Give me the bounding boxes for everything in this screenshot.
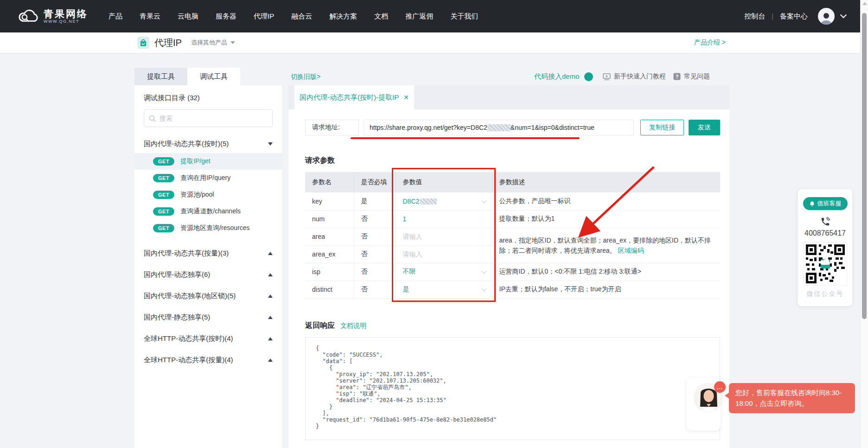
params-table: 参数名 是否必填 参数值 参数描述 key 是 D8C2 公共参数，产品唯一标识… bbox=[305, 172, 720, 299]
param-num-input[interactable]: 1 bbox=[403, 215, 492, 223]
param-name: isp bbox=[305, 263, 354, 281]
api-item-get-ip[interactable]: GET 提取IP/get bbox=[134, 153, 282, 170]
tab-debug-tool[interactable]: 调试工具 bbox=[187, 68, 240, 85]
product-intro-link[interactable]: 产品介绍 > bbox=[694, 38, 726, 47]
api-item-query-ip[interactable]: GET 查询在用IP/query bbox=[134, 170, 282, 186]
table-header-row: 参数名 是否必填 参数值 参数描述 bbox=[305, 172, 720, 192]
tab-extract-tool[interactable]: 提取工具 bbox=[134, 68, 187, 85]
request-url-input[interactable]: https://share.proxy.qg.net/get?key=D8C2&… bbox=[364, 120, 634, 135]
tutorial-label: 新手快速入门教程 bbox=[614, 72, 666, 81]
workspace-tab-label: 国内代理-动态共享(按时)-提取IP bbox=[300, 93, 399, 102]
nav-item-qingguo-cloud[interactable]: 青果云 bbox=[140, 12, 160, 21]
search-input[interactable] bbox=[160, 115, 268, 122]
param-key-select[interactable]: D8C2 bbox=[403, 198, 492, 205]
expand-icon bbox=[268, 273, 273, 276]
request-url-prefix: https://share.proxy.qg.net/get?key=D8C2 bbox=[370, 124, 487, 131]
api-catalog-sidebar: 调试接口目录 (32) 国内代理-动态共享(按时)(5) GET 提取IP/ge… bbox=[134, 85, 282, 448]
faq-link[interactable]: ? 常见问题 bbox=[673, 68, 710, 85]
search-box[interactable] bbox=[144, 109, 273, 127]
api-group-dynamic-shared-volume[interactable]: 国内代理-动态共享(按量)(3) bbox=[144, 249, 273, 258]
api-group-static-exclusive[interactable]: 国内代理-静态独享(5) bbox=[144, 313, 273, 322]
code-demo-label: 代码接入demo bbox=[534, 72, 580, 81]
brand-domain: WWW.QG.NET bbox=[44, 19, 88, 24]
api-group-global-http-time[interactable]: 全球HTTP-动态共享(按时)(4) bbox=[144, 334, 273, 343]
qingguo-cloud-logo-icon bbox=[18, 8, 39, 25]
doc-link[interactable]: 文档说明 bbox=[340, 322, 366, 330]
main-menu: 产品 青果云 云电脑 服务器 代理IP 融合云 解决方案 文档 推广返佣 关于我… bbox=[108, 12, 478, 21]
param-name: num bbox=[305, 210, 354, 228]
api-group-dynamic-shared-time[interactable]: 国内代理-动态共享(按时)(5) bbox=[144, 140, 273, 148]
brand-logo[interactable]: 青果网络 WWW.QG.NET bbox=[18, 8, 88, 25]
beian-center-link[interactable]: 备案中心 bbox=[780, 12, 808, 21]
send-button[interactable]: 发送 bbox=[689, 120, 720, 135]
page-scrollbar[interactable] bbox=[860, 0, 868, 448]
product-switcher[interactable]: 选择其他产品 bbox=[191, 38, 235, 47]
chevron-down-icon[interactable] bbox=[840, 12, 847, 18]
nav-item-products[interactable]: 产品 bbox=[108, 12, 122, 21]
param-area-ex-input[interactable] bbox=[403, 250, 483, 258]
request-address-row: 请求地址: https://share.proxy.qg.net/get?key… bbox=[305, 120, 720, 135]
api-item-pool[interactable]: GET 资源池/pool bbox=[134, 186, 282, 203]
tutorial-link[interactable]: 新手快速入门教程 bbox=[603, 68, 666, 85]
scrollbar-thumb[interactable] bbox=[862, 13, 867, 319]
api-group-label: 全球HTTP-动态共享(按时)(4) bbox=[144, 334, 233, 343]
nav-item-cloud-pc[interactable]: 云电脑 bbox=[178, 12, 198, 21]
code-demo-link[interactable]: 代码接入demo ❯ bbox=[534, 68, 593, 85]
expand-icon bbox=[268, 316, 273, 319]
api-group-global-http-volume[interactable]: 全球HTTP-动态共享(按量)(4) bbox=[144, 356, 273, 365]
scrollbar-up-arrow[interactable] bbox=[862, 2, 867, 5]
debug-workspace-panel: 请求地址: https://share.proxy.qg.net/get?key… bbox=[288, 109, 729, 448]
param-distinct-select[interactable]: 是 bbox=[403, 285, 492, 294]
api-item-label: 资源地区查询/resources bbox=[180, 224, 249, 232]
table-row-area: area 否 area，指定地区ID，默认查询全部；area_ex，要排除的地区… bbox=[305, 228, 720, 245]
switch-old-version-link[interactable]: 切换旧版> bbox=[291, 68, 320, 85]
api-group-dynamic-exclusive[interactable]: 国内代理-动态独享(6) bbox=[144, 270, 273, 279]
nav-item-about[interactable]: 关于我们 bbox=[450, 12, 478, 21]
nav-item-referral[interactable]: 推广返佣 bbox=[405, 12, 433, 21]
param-required: 否 bbox=[354, 245, 396, 263]
nav-item-proxy-ip[interactable]: 代理IP bbox=[254, 12, 274, 21]
nav-item-solutions[interactable]: 解决方案 bbox=[329, 12, 357, 21]
method-badge: GET bbox=[153, 224, 174, 232]
arrow-right-circle-icon: ❯ bbox=[584, 72, 593, 81]
copy-link-button[interactable]: 复制链接 bbox=[640, 120, 684, 135]
param-required: 否 bbox=[354, 281, 396, 298]
method-badge: GET bbox=[153, 157, 174, 166]
nav-item-server[interactable]: 服务器 bbox=[216, 12, 236, 21]
api-item-label: 查询在用IP/query bbox=[180, 174, 230, 182]
api-group-dynamic-exclusive-region[interactable]: 国内代理-动态独享(地区锁)(5) bbox=[144, 292, 273, 301]
param-area-input[interactable] bbox=[403, 233, 483, 240]
chat-message-bubble[interactable]: 您好，售前客服在线咨询时间8:30-18:00，点击立即咨询。 bbox=[729, 383, 855, 413]
tutorial-book-icon bbox=[603, 73, 611, 80]
top-navbar: 青果网络 WWW.QG.NET 产品 青果云 云电脑 服务器 代理IP 融合云 … bbox=[0, 0, 868, 32]
param-desc: 公共参数，产品唯一标识 bbox=[492, 192, 720, 210]
page-title: 代理IP bbox=[154, 37, 182, 49]
chevron-down-icon bbox=[481, 286, 486, 291]
api-item-resources[interactable]: GET 资源地区查询/resources bbox=[134, 220, 282, 237]
expand-icon bbox=[268, 252, 273, 255]
question-icon: ? bbox=[673, 73, 681, 80]
workspace-tab[interactable]: 国内代理-动态共享(按时)-提取IP ✕ bbox=[294, 85, 414, 109]
api-group-label: 国内代理-动态共享(按量)(3) bbox=[144, 249, 229, 258]
console-link[interactable]: 控制台 bbox=[744, 12, 765, 21]
collapse-icon bbox=[268, 142, 273, 146]
masked-text bbox=[420, 198, 437, 205]
catalog-title: 调试接口目录 (32) bbox=[144, 94, 273, 102]
duty-service-button[interactable]: 值班客服 bbox=[803, 197, 848, 210]
param-required: 是 bbox=[354, 192, 396, 210]
table-row-distinct: distinct 否 是 IP去重；默认为false，不开启；true为开启 bbox=[305, 281, 720, 298]
user-avatar[interactable] bbox=[818, 8, 835, 25]
close-icon[interactable]: ✕ bbox=[403, 94, 409, 101]
service-phone-number: 4008765417 bbox=[804, 229, 846, 237]
masked-text bbox=[487, 124, 511, 131]
wechat-label: 微信公众号 bbox=[807, 290, 844, 298]
param-name: area bbox=[305, 228, 354, 245]
request-address-label: 请求地址: bbox=[305, 120, 359, 135]
param-isp-select[interactable]: 不限 bbox=[403, 268, 492, 276]
area-code-link[interactable]: 区域编码 bbox=[618, 247, 644, 254]
nav-item-docs[interactable]: 文档 bbox=[374, 12, 388, 21]
col-header-param-desc: 参数描述 bbox=[492, 172, 720, 192]
nav-item-fusion-cloud[interactable]: 融合云 bbox=[291, 12, 312, 21]
api-item-channels[interactable]: GET 查询通道数/channels bbox=[134, 203, 282, 220]
col-header-required: 是否必填 bbox=[354, 172, 396, 192]
